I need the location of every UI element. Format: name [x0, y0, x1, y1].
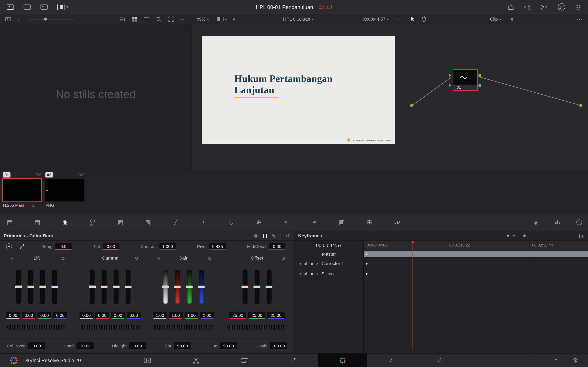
node-output-key[interactable] [479, 84, 481, 87]
corrector-track-lane[interactable] [364, 259, 588, 269]
keyframe-dot[interactable] [366, 273, 367, 275]
clip-thumbnail[interactable] [45, 179, 84, 201]
lift-g-slider[interactable] [40, 269, 45, 304]
keyframe-diamond-icon[interactable]: ◆ [311, 272, 313, 275]
keyframes-filter-select[interactable]: All ▾ [507, 233, 515, 238]
pointer-icon[interactable] [410, 16, 415, 22]
lift-b-value[interactable]: 0.00 [53, 312, 67, 319]
gallery-icon[interactable] [7, 4, 14, 9]
gamma-master-wheel[interactable] [80, 325, 140, 329]
mid-detail-value[interactable]: 0.00 [269, 243, 285, 250]
qualifier-icon[interactable]: ◗ [200, 218, 207, 226]
expand-track-icon[interactable]: > [316, 262, 319, 266]
reset-primaries-icon[interactable]: ↺ [286, 233, 290, 239]
lift-reset-icon[interactable]: ↺ [61, 255, 65, 261]
gain-b-slider[interactable] [199, 269, 204, 304]
thumbnail-view-icon[interactable] [132, 17, 137, 22]
lift-master-wheel[interactable] [7, 325, 66, 329]
fairlight-page-button[interactable]: ♪ [367, 354, 415, 367]
node-tree-icon[interactable] [541, 4, 547, 9]
wipe-mode-icon[interactable]: ▾ [217, 17, 227, 21]
tracker-icon[interactable]: ⊕ [255, 218, 263, 226]
clip-item[interactable]: 02 V3 PNG [45, 171, 84, 207]
camera-raw-icon[interactable]: ▤ [6, 218, 13, 226]
node-graph-panel[interactable]: 01 [405, 24, 588, 170]
node-input-rgb[interactable] [449, 74, 452, 77]
node-01[interactable]: 01 [453, 69, 478, 91]
lift-y-value[interactable]: 0.00 [6, 312, 20, 319]
bars-mode-icon[interactable] [263, 234, 267, 238]
sizing-icon[interactable]: ⊞ [366, 218, 373, 226]
magic-mask-icon[interactable]: ◐ [283, 218, 290, 226]
media-page-button[interactable] [123, 354, 172, 367]
zoom-select[interactable]: 49% ▾ [196, 17, 209, 22]
log-mode-icon[interactable]: ◎ LOG [272, 233, 276, 239]
eyedropper-icon[interactable] [20, 244, 25, 249]
master-track-lane[interactable] [364, 250, 588, 259]
temp-value[interactable]: 0.0 [55, 243, 72, 250]
lift-r-value[interactable]: 0.00 [22, 312, 36, 319]
gamma-y-value[interactable]: 0.00 [80, 312, 94, 319]
color-wheels-icon[interactable]: ◉ [61, 218, 69, 226]
cut-page-button[interactable] [172, 354, 221, 367]
offset-b-value[interactable]: 25.00 [268, 312, 285, 319]
offset-reset-icon[interactable]: ↺ [281, 255, 285, 261]
col-boost-value[interactable]: 0.00 [28, 342, 45, 350]
sat-value[interactable]: 50.00 [174, 342, 191, 350]
lift-g-value[interactable]: 0.00 [38, 312, 52, 319]
gain-b-value[interactable]: 1.00 [200, 312, 214, 319]
gain-picker-icon[interactable]: + [157, 255, 160, 261]
hdr-grade-icon[interactable]: HDR [89, 218, 96, 226]
offset-r-value[interactable]: 25.00 [229, 312, 246, 319]
export-still-icon[interactable]: ↓ [17, 17, 20, 22]
keyframes-timeline[interactable]: 00:00:00:00 00:01:18:22 00:02:36:44 [364, 241, 588, 353]
timeline-playhead[interactable] [412, 241, 413, 350]
keyframes-option-dot[interactable] [523, 234, 526, 237]
tint-value[interactable]: 0.00 [103, 243, 119, 250]
hue-value[interactable]: 50.00 [220, 342, 237, 350]
gamma-g-value[interactable]: 0.00 [111, 312, 125, 319]
lock-icon[interactable] [304, 262, 308, 266]
track-row-sizing[interactable]: ● ◆ > Sizing [294, 269, 363, 279]
node-output-rgb[interactable] [479, 74, 481, 77]
node-option-dot[interactable] [511, 18, 513, 20]
wheels-mode-icon[interactable]: ◎ [254, 233, 258, 239]
fusion-page-button[interactable] [269, 354, 318, 367]
split-screen-icon[interactable] [24, 4, 31, 9]
fx-icon[interactable]: fx [558, 3, 565, 11]
list-view-icon[interactable] [144, 17, 149, 21]
pivot-value[interactable]: 0.435 [209, 243, 226, 250]
lift-r-slider[interactable] [28, 269, 33, 304]
offset-b-slider[interactable] [267, 269, 271, 304]
gain-y-slider[interactable] [163, 269, 168, 304]
offset-g-value[interactable]: 25.00 [248, 312, 265, 319]
track-row-master[interactable]: Master [294, 250, 363, 259]
lift-b-slider[interactable] [52, 269, 57, 304]
track-enable-dot[interactable]: ● [299, 272, 301, 275]
rgb-mixer-icon[interactable]: ◩ [117, 218, 124, 226]
contrast-value[interactable]: 1.000 [159, 243, 176, 250]
stills-icon[interactable] [40, 4, 48, 9]
track-row-corrector[interactable]: ● ◆ > Corrector 1 [294, 259, 363, 269]
lightbox-icon[interactable]: ◈ [532, 218, 540, 226]
edit-page-button[interactable] [221, 354, 269, 367]
gain-g-value[interactable]: 1.00 [184, 312, 198, 319]
lock-icon[interactable] [304, 272, 308, 275]
fullscreen-icon[interactable] [168, 17, 174, 22]
motion-effects-icon[interactable]: ▧ [144, 218, 152, 226]
color-page-button[interactable] [318, 354, 367, 367]
output-port[interactable] [579, 104, 582, 107]
gamma-r-slider[interactable] [102, 269, 107, 304]
scopes-icon[interactable] [555, 220, 561, 224]
home-icon[interactable]: ⌂ [554, 357, 558, 364]
key-icon[interactable]: ▣ [338, 218, 346, 226]
export-icon[interactable] [508, 4, 514, 10]
offset-master-wheel[interactable] [227, 325, 286, 329]
expand-timeline-icon[interactable] [579, 234, 584, 238]
gamma-reset-icon[interactable]: ↺ [135, 255, 139, 261]
collaboration-icon[interactable] [524, 4, 531, 9]
sort-icon[interactable] [120, 17, 126, 22]
gain-g-slider[interactable] [187, 269, 192, 304]
lift-picker-icon[interactable]: + [10, 255, 13, 261]
source-port[interactable] [410, 104, 414, 107]
